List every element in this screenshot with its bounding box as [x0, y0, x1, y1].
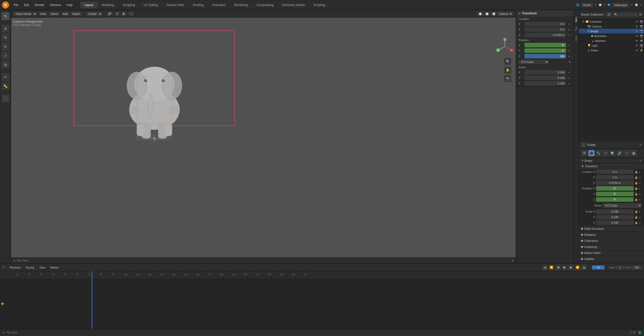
viewlayer-selector[interactable]: ViewLayer [612, 3, 629, 7]
frame-ruler[interactable]: 1020304050607080901001101201301401501601… [0, 271, 644, 278]
add-workspace-button[interactable]: + [330, 3, 335, 8]
instancing-header[interactable]: ▶ Instancing [579, 244, 644, 250]
props-loc-y-lock[interactable]: 🔒 [635, 176, 638, 179]
tab-sculpting[interactable]: Sculpting [119, 2, 139, 8]
rotation-y-input[interactable] [525, 48, 566, 53]
outliner-item-camera[interactable]: 📷 Camera 👁 📷 [579, 24, 644, 29]
object-mode-select[interactable]: Object Mode [13, 12, 37, 16]
elephant-restrict-btn[interactable]: ⚡ [639, 39, 644, 42]
light-visibility-btn[interactable]: 👁 [635, 44, 639, 47]
plane-visibility-btn[interactable]: 👁 [635, 49, 639, 52]
keying-menu-btn[interactable]: Keying [24, 265, 36, 270]
item-tab[interactable]: Item [574, 15, 578, 24]
props-rot-z-lock[interactable]: 🔒 [635, 198, 638, 201]
motion-paths-header[interactable]: ▶ Motion Paths [579, 250, 644, 256]
blender-logo[interactable]: B [2, 2, 9, 9]
measure-tool-button[interactable]: 📏 [2, 82, 10, 90]
tab-uv-editing[interactable]: UV Editing [140, 2, 162, 8]
props-scale-z-anim[interactable]: ⬌ [639, 221, 641, 224]
start-frame-input[interactable] [615, 265, 624, 270]
play-btn[interactable]: ▶ [562, 265, 567, 270]
rotation-x-input[interactable] [525, 43, 566, 47]
props-loc-y-anim[interactable]: ⬌ [639, 176, 641, 179]
particles-props-icon[interactable]: ✦ [602, 150, 609, 156]
material-props-icon[interactable]: ⬤ [631, 150, 637, 156]
help-menu[interactable]: Help [64, 2, 75, 8]
scale-x-input[interactable] [525, 70, 566, 75]
object-name-edit-btn[interactable]: ✕ [639, 159, 641, 162]
props-rot-z-input[interactable] [596, 197, 634, 202]
props-rot-y-lock[interactable]: 🔒 [635, 193, 638, 195]
rotation-mode-dropdown-icon[interactable]: ▼ [568, 60, 571, 63]
props-rot-y-input[interactable] [596, 192, 634, 196]
props-rot-x-input[interactable] [596, 186, 634, 191]
transform-tool-button[interactable]: ⊞ [2, 61, 10, 69]
outliner-search[interactable] [613, 13, 638, 16]
overlay-btn[interactable]: ◐ [121, 12, 127, 16]
props-rot-x-lock[interactable]: 🔒 [635, 187, 638, 190]
zoom-in-btn[interactable]: 🔍 [504, 58, 511, 65]
add-cube-button[interactable]: ⬛ [2, 94, 10, 103]
props-loc-x-anim[interactable]: ⬌ [639, 171, 641, 173]
end-frame-input[interactable] [631, 265, 642, 270]
props-rot-z-anim[interactable]: ⬌ [639, 198, 641, 201]
xray-btn[interactable]: ⬚ [128, 12, 134, 16]
tab-texture-paint[interactable]: Texture Paint [163, 2, 188, 8]
camera-view-btn[interactable]: 📷 [504, 75, 511, 82]
animation-render-btn[interactable]: 📷 [639, 34, 644, 38]
outliner-filter-btn[interactable]: ☰ [606, 12, 612, 17]
tab-rendering[interactable]: Rendering [230, 2, 252, 8]
loc-x-copy-btn[interactable]: ⬌ [567, 22, 571, 26]
transform-section-header[interactable]: ▼ Transform [516, 10, 574, 17]
next-keyframe-btn[interactable]: ⏩ [575, 265, 580, 270]
rendered-shading-btn[interactable]: ⬤ [491, 12, 497, 16]
outliner-options-btn[interactable]: ⚙ [639, 13, 642, 16]
modifier-props-icon[interactable]: 🔧 [595, 150, 601, 156]
outliner-item-empty[interactable]: ⊕ Empty 👁 📷 [579, 29, 644, 33]
rot-y-copy-btn[interactable]: ⬌ [567, 49, 571, 53]
props-scale-x-input[interactable] [596, 209, 634, 214]
rot-x-copy-btn[interactable]: ⬌ [567, 43, 571, 47]
edit-menu[interactable]: Edit [21, 2, 32, 8]
rotation-mode-select[interactable]: XYZ Euler [518, 60, 549, 64]
props-loc-z-anim[interactable]: ⬌ [639, 182, 641, 184]
elephant-visibility-btn[interactable]: 👁 [635, 39, 639, 42]
tool-tab[interactable]: Tool [574, 24, 578, 33]
collection-render-btn[interactable]: 📷 [639, 20, 644, 23]
light-render-btn[interactable]: 📷 [639, 44, 644, 47]
jump-end-btn[interactable]: ⏭ [581, 265, 587, 270]
loc-z-copy-btn[interactable]: ⬌ [567, 33, 571, 37]
3d-viewport[interactable]: Camera Perspective (75) Collection | Emp… [11, 18, 516, 257]
outliner-item-animation[interactable]: ▶ Animation 👁 📷 [579, 33, 644, 38]
viewport-gizmo[interactable]: Z X Y [496, 38, 511, 53]
collection-expand-arrow[interactable]: ▼ [582, 20, 585, 23]
add-menu-btn[interactable]: Add [61, 12, 69, 16]
view-tab[interactable]: View [574, 34, 578, 43]
scale-z-input[interactable] [525, 81, 566, 86]
playback-menu-btn[interactable]: Playback [8, 265, 22, 270]
props-rot-x-anim[interactable]: ⬌ [639, 187, 641, 190]
scale-y-copy-btn[interactable]: ⬌ [567, 76, 571, 80]
empty-render-btn[interactable]: 📷 [639, 29, 644, 33]
data-props-icon[interactable]: ▽ [624, 150, 630, 156]
props-transform-header[interactable]: ▼ Transform [579, 163, 644, 169]
constraints-props-icon[interactable]: 🔗 [617, 150, 623, 156]
camera-visibility-btn[interactable]: 👁 [635, 25, 639, 28]
annotate-tool-button[interactable]: ✏ [2, 73, 10, 81]
current-frame-input[interactable] [592, 265, 605, 270]
tab-compositing[interactable]: Compositing [253, 2, 277, 8]
select-tool-button[interactable]: ↖ [2, 12, 10, 20]
animation-visibility-btn[interactable]: 👁 [635, 35, 639, 38]
rot-z-copy-btn[interactable]: ⬌ [567, 54, 571, 58]
prev-keyframe-btn[interactable]: ⏪ [549, 265, 554, 270]
physics-props-icon[interactable]: 🌊 [610, 150, 616, 156]
proportional-btn[interactable]: ⊙ [114, 12, 120, 16]
timeline-content[interactable] [0, 278, 644, 329]
props-rot-y-anim[interactable]: ⬌ [639, 193, 641, 195]
props-scale-y-anim[interactable]: ⬌ [639, 216, 641, 219]
scale-y-input[interactable] [525, 76, 566, 80]
relations-header[interactable]: ▶ Relations [579, 232, 644, 238]
props-mode-select[interactable]: XYZ Euler [602, 203, 641, 208]
location-x-input[interactable] [525, 22, 566, 26]
move-tool-button[interactable]: ✛ [2, 33, 10, 42]
